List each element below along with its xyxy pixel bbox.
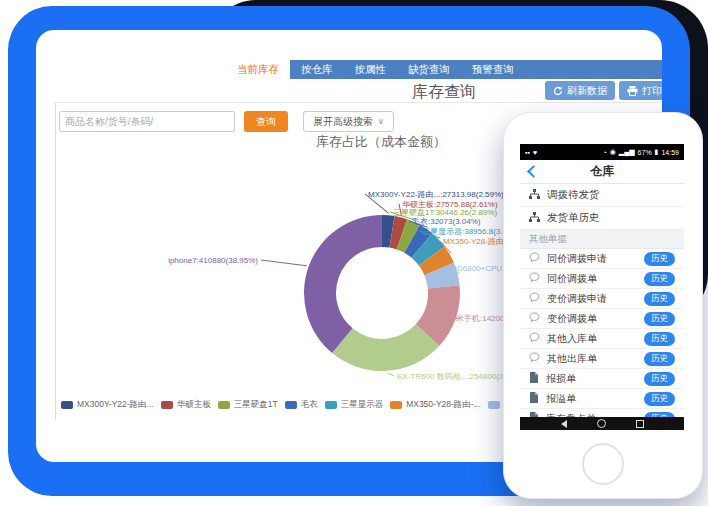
- phone: ▪▪ ♥ ◔ ◉ ▂▄▆ 67% ▮ 14:59 仓库 调拨待发货发货单历史 其…: [503, 112, 703, 499]
- doc-item-label: 变价调拨申请: [547, 292, 637, 306]
- doc-item-label: 同价调拨申请: [547, 252, 637, 266]
- refresh-data-button[interactable]: 刷新数据: [545, 81, 615, 100]
- android-recents-icon[interactable]: [636, 420, 644, 428]
- legend-item[interactable]: 三星显示器: [325, 399, 384, 411]
- doc-item-label: 报损单: [546, 372, 637, 386]
- refresh-icon: [553, 86, 563, 96]
- doc-item-label: 其他入库单: [547, 332, 637, 346]
- legend-item[interactable]: 三星硬盘1T: [218, 399, 278, 411]
- history-button[interactable]: 历史: [644, 272, 675, 286]
- section-title: 其他单据: [520, 230, 684, 249]
- menu-item[interactable]: 调拨待发货: [520, 184, 684, 207]
- nav-tabs: 当前库存按仓库按属性缺货查询预警查询: [226, 60, 662, 79]
- tab-缺货查询[interactable]: 缺货查询: [397, 60, 461, 79]
- advanced-search-button[interactable]: 展开高级搜索 ∨: [303, 111, 394, 132]
- search-button[interactable]: 查询: [244, 111, 288, 132]
- android-home-icon[interactable]: [597, 419, 606, 428]
- bubble-icon: [529, 292, 540, 305]
- home-button[interactable]: [582, 443, 624, 485]
- phone-header: 仓库: [520, 160, 684, 184]
- history-button[interactable]: 历史: [644, 392, 675, 406]
- legend-swatch: [161, 401, 173, 409]
- menu-item[interactable]: 发货单历史: [520, 207, 684, 230]
- history-button[interactable]: 历史: [644, 332, 675, 346]
- legend-label: 华硕主板: [177, 399, 211, 411]
- tab-预警查询[interactable]: 预警查询: [461, 60, 525, 79]
- doc-item-label: 报溢单: [546, 392, 637, 406]
- back-chevron-icon[interactable]: [527, 164, 535, 178]
- phone-status-bar: ▪▪ ♥ ◔ ◉ ▂▄▆ 67% ▮ 14:59: [520, 144, 684, 160]
- tab-按属性[interactable]: 按属性: [344, 60, 398, 79]
- bubble-icon: [529, 252, 540, 265]
- history-button[interactable]: 历史: [644, 372, 675, 386]
- printer-icon: [627, 86, 638, 96]
- legend-label: MX350-Y28-路由-...: [406, 399, 481, 411]
- legend-item[interactable]: MX300Y-Y22-路由...: [61, 399, 154, 411]
- history-button[interactable]: 历史: [644, 252, 675, 266]
- phone-menu: 调拨待发货发货单历史: [520, 184, 684, 230]
- doc-item[interactable]: 报溢单历史: [520, 389, 684, 409]
- doc-item-label: 同价调拨单: [547, 272, 637, 286]
- refresh-label: 刷新数据: [567, 84, 607, 98]
- battery-icon: ▮: [655, 148, 659, 156]
- signal-dots-icon: ▪▪: [525, 149, 530, 156]
- doc-item[interactable]: 其他出库单历史: [520, 349, 684, 369]
- sitemap-icon: [529, 189, 540, 202]
- legend-label: MX300Y-Y22-路由...: [77, 399, 154, 411]
- search-input[interactable]: [59, 111, 235, 132]
- android-back-icon[interactable]: [561, 420, 567, 428]
- bubble-icon: [529, 352, 540, 365]
- history-button[interactable]: 历史: [644, 352, 675, 366]
- menu-item-label: 调拨待发货: [547, 188, 600, 202]
- advanced-search-label: 展开高级搜索: [313, 115, 373, 129]
- pie-label-line: [261, 260, 307, 266]
- pie-label: iphone7:410880(38.95%): [168, 256, 258, 265]
- tab-当前库存[interactable]: 当前库存: [226, 60, 290, 79]
- legend-swatch: [61, 401, 73, 409]
- sitemap-icon: [529, 212, 540, 225]
- toolbar: 刷新数据 打印: [545, 81, 662, 100]
- legend-item[interactable]: 毛衣: [285, 399, 318, 411]
- bubble-icon: [529, 272, 540, 285]
- phone-doc-list: 同价调拨申请历史同价调拨单历史变价调拨申请历史变价调拨单历史其他入库单历史其他出…: [520, 249, 684, 429]
- bubble-icon: [529, 332, 540, 345]
- menu-item-label: 发货单历史: [547, 211, 600, 225]
- pie-label: 三星硬盘1T:30446.26(2.89%): [393, 208, 497, 217]
- pie-label: 毛衣:32073(3.04%): [412, 217, 481, 226]
- doc-item[interactable]: 变价调拨单历史: [520, 309, 684, 329]
- history-button[interactable]: 历史: [644, 312, 675, 326]
- legend-label: 三星显示器: [341, 399, 384, 411]
- pie-label: MX300Y-Y22-路由...:27313.98(2.59%): [368, 190, 504, 199]
- battery-percent: 67%: [638, 149, 652, 156]
- doc-item-label: 变价调拨单: [547, 312, 637, 326]
- doc-item-label: 其他出库单: [547, 352, 637, 366]
- legend-item[interactable]: 华硕主板: [161, 399, 211, 411]
- doc-item[interactable]: 其他入库单历史: [520, 329, 684, 349]
- legend-label: 毛衣: [301, 399, 318, 411]
- doc-item[interactable]: 报损单历史: [520, 369, 684, 389]
- doc-item[interactable]: 同价调拨单历史: [520, 269, 684, 289]
- canvas: 当前库存按仓库按属性缺货查询预警查询 库存查询 刷新数据 打印 查询 展开高级搜…: [0, 0, 708, 506]
- doc-item[interactable]: 同价调拨申请历史: [520, 249, 684, 269]
- doc-item[interactable]: 变价调拨申请历史: [520, 289, 684, 309]
- history-button[interactable]: 历史: [644, 292, 675, 306]
- legend-swatch: [285, 401, 297, 409]
- doc-icon: [529, 372, 539, 385]
- legend-swatch: [390, 401, 402, 409]
- pie-label-line: [387, 373, 394, 376]
- legend-item[interactable]: MX350-Y28-路由-...: [390, 399, 481, 411]
- tab-按仓库[interactable]: 按仓库: [290, 60, 344, 79]
- signal-bars-icon: ▂▄▆: [619, 148, 635, 156]
- legend-swatch: [325, 401, 337, 409]
- pie-slice[interactable]: [304, 215, 382, 353]
- phone-screen: ▪▪ ♥ ◔ ◉ ▂▄▆ 67% ▮ 14:59 仓库 调拨待发货发货单历史 其…: [520, 144, 684, 430]
- status-time: 14:59: [661, 149, 679, 156]
- data-icon: ◉: [610, 148, 616, 156]
- legend-swatch: [218, 401, 230, 409]
- legend-label: 三星硬盘1T: [234, 399, 278, 411]
- legend-swatch: [488, 401, 500, 409]
- print-button[interactable]: 打印: [619, 81, 662, 100]
- phone-page-title: 仓库: [520, 160, 684, 183]
- heart-icon: ♥: [533, 149, 537, 156]
- bubble-icon: [529, 312, 540, 325]
